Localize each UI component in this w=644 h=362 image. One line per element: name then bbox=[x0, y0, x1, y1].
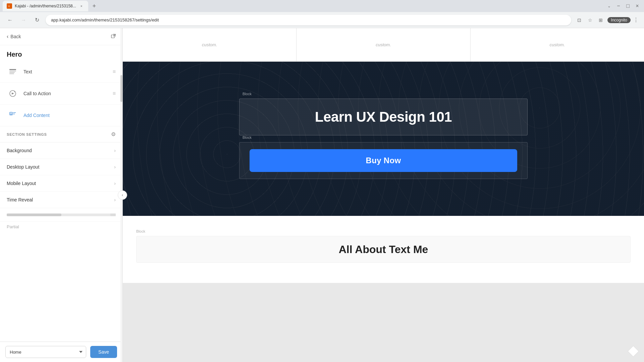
preview-table-header: custom. custom. custom. bbox=[123, 28, 644, 62]
col-placeholder-3: custom. bbox=[550, 42, 565, 47]
sidebar-header: ‹ Back bbox=[0, 28, 122, 45]
active-tab[interactable]: K Kajabi - /admin/themes/2153158... × bbox=[3, 1, 88, 11]
table-col-3: custom. bbox=[471, 28, 644, 61]
sidebar-scrollbar-thumb[interactable] bbox=[120, 75, 122, 102]
hero-cta-block-tag: Block bbox=[243, 135, 252, 139]
window-controls: ⌄ − □ × bbox=[605, 2, 641, 10]
hero-title-text: Learn UX Design 101 bbox=[253, 109, 514, 125]
save-button[interactable]: Save bbox=[90, 346, 117, 358]
cta-block-label: Call to Action bbox=[23, 91, 108, 96]
minimize-btn[interactable]: − bbox=[614, 2, 623, 10]
bottom-section-preview: Block All About Text Me bbox=[123, 216, 644, 283]
desktop-layout-setting[interactable]: Desktop Layout › bbox=[0, 159, 122, 175]
table-col-2: custom. bbox=[297, 28, 470, 61]
section-settings-label: SECTION SETTINGS bbox=[7, 132, 47, 136]
add-content-label: Add Content bbox=[23, 113, 50, 118]
section-title: Hero bbox=[0, 45, 122, 61]
back-nav-btn[interactable]: ← bbox=[5, 15, 15, 25]
settings-gear-icon[interactable]: ⚙ bbox=[111, 131, 116, 137]
cast-icon[interactable]: ⊡ bbox=[575, 16, 583, 24]
hero-title-block[interactable]: Learn UX Design 101 bbox=[239, 99, 528, 135]
text-block-label: Text bbox=[23, 69, 108, 74]
tab-list-icon[interactable]: ⌄ bbox=[605, 2, 613, 10]
back-chevron-icon: ‹ bbox=[7, 34, 8, 40]
hero-title-block-wrapper: Block Learn UX Design 101 bbox=[239, 99, 528, 135]
add-content-item[interactable]: Add Content bbox=[0, 105, 122, 126]
buy-now-button[interactable]: Buy Now bbox=[250, 149, 517, 172]
bottom-content-block[interactable]: All About Text Me bbox=[136, 236, 631, 263]
reload-btn[interactable]: ↻ bbox=[32, 15, 42, 25]
url-bar[interactable] bbox=[46, 15, 571, 25]
background-label: Background bbox=[7, 148, 32, 153]
cta-drag-handle[interactable]: ≡ bbox=[113, 90, 116, 97]
bookmark-icon[interactable]: ☆ bbox=[586, 16, 594, 24]
add-content-plus-icon bbox=[7, 109, 19, 121]
preview-area: custom. custom. custom. Block Learn UX D… bbox=[123, 28, 644, 362]
horizontal-scrollbar[interactable] bbox=[7, 214, 116, 216]
svg-rect-6 bbox=[9, 73, 14, 74]
bottom-block-tag: Block bbox=[136, 229, 631, 233]
app-body: ‹ Back Hero bbox=[0, 28, 644, 362]
text-block-icon bbox=[7, 66, 19, 78]
text-block-item[interactable]: Text ≡ bbox=[0, 61, 122, 83]
address-bar: ← → ↻ ⊡ ☆ ⊞ Incognito ⋮ bbox=[0, 12, 644, 28]
hero-cta-block[interactable]: Buy Now bbox=[239, 142, 528, 179]
sidebar-footer: Home Save bbox=[0, 342, 122, 362]
sidebar-scroll: ‹ Back Hero bbox=[0, 28, 122, 342]
col-placeholder-2: custom. bbox=[376, 42, 391, 47]
back-button[interactable]: ‹ Back bbox=[7, 34, 21, 40]
menu-btn[interactable]: ⋮ bbox=[633, 17, 639, 23]
text-drag-handle[interactable]: ≡ bbox=[113, 69, 116, 75]
maximize-btn[interactable]: □ bbox=[624, 2, 632, 10]
tab-favicon: K bbox=[7, 3, 12, 9]
svg-rect-5 bbox=[9, 72, 15, 73]
background-setting[interactable]: Background › bbox=[0, 142, 122, 159]
hero-title-block-tag: Block bbox=[243, 92, 252, 96]
svg-rect-2 bbox=[111, 35, 114, 38]
svg-rect-4 bbox=[9, 71, 16, 71]
section-settings-header: SECTION SETTINGS ⚙ bbox=[0, 126, 122, 142]
table-col-1: custom. bbox=[123, 28, 297, 61]
time-reveal-label: Time Reveal bbox=[7, 197, 33, 202]
tab-bar: K Kajabi - /admin/themes/2153158... × + … bbox=[0, 0, 644, 12]
hero-cta-block-wrapper: Block Buy Now bbox=[239, 142, 528, 179]
mobile-layout-setting[interactable]: Mobile Layout › bbox=[0, 175, 122, 192]
extensions-icon[interactable]: ⊞ bbox=[597, 16, 605, 24]
forward-nav-btn[interactable]: → bbox=[19, 15, 28, 25]
desktop-layout-chevron-icon: › bbox=[114, 164, 116, 170]
browser-window: K Kajabi - /admin/themes/2153158... × + … bbox=[0, 0, 644, 28]
time-reveal-chevron-icon: › bbox=[114, 197, 116, 202]
address-actions: ⊡ ☆ ⊞ Incognito ⋮ bbox=[575, 16, 639, 24]
tab-close-btn[interactable]: × bbox=[79, 3, 84, 9]
hero-content: Block Learn UX Design 101 Block Buy Now bbox=[232, 85, 534, 192]
back-label: Back bbox=[10, 34, 21, 39]
sidebar-collapse-btn[interactable]: ‹ bbox=[118, 190, 127, 200]
page-select[interactable]: Home bbox=[5, 346, 86, 358]
sidebar: ‹ Back Hero bbox=[0, 28, 123, 362]
partial-label: Partial bbox=[0, 222, 122, 232]
svg-rect-3 bbox=[9, 69, 16, 70]
external-link-icon[interactable] bbox=[111, 34, 116, 40]
col-placeholder-1: custom. bbox=[202, 42, 217, 47]
cta-block-icon bbox=[7, 87, 19, 100]
hero-preview-section: Block Learn UX Design 101 Block Buy Now bbox=[123, 62, 644, 216]
incognito-badge: Incognito bbox=[607, 17, 631, 23]
close-btn[interactable]: × bbox=[633, 2, 641, 10]
time-reveal-setting[interactable]: Time Reveal › bbox=[0, 192, 122, 208]
new-tab-btn[interactable]: + bbox=[90, 1, 99, 11]
background-chevron-icon: › bbox=[114, 148, 116, 153]
bottom-title-text: All About Text Me bbox=[339, 243, 428, 256]
tab-title: Kajabi - /admin/themes/2153158... bbox=[15, 4, 76, 8]
desktop-layout-label: Desktop Layout bbox=[7, 164, 39, 170]
mobile-layout-chevron-icon: › bbox=[114, 181, 116, 186]
cta-block-item[interactable]: Call to Action ≡ bbox=[0, 83, 122, 105]
svg-text:K: K bbox=[8, 5, 10, 7]
mobile-layout-label: Mobile Layout bbox=[7, 181, 36, 186]
